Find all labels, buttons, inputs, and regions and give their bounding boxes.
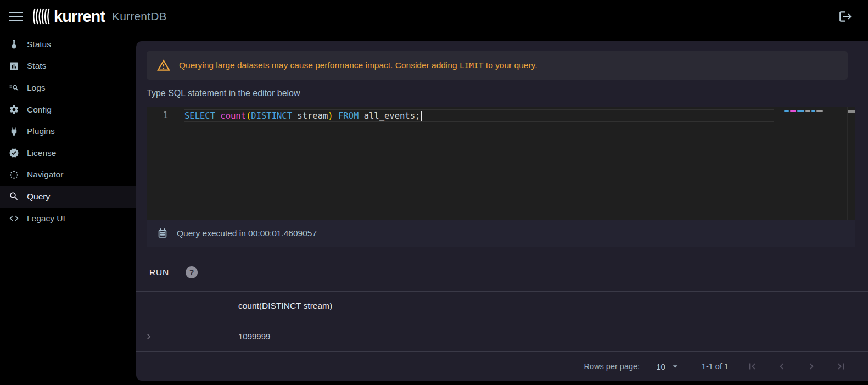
sidebar-item-label: Status [27, 40, 51, 49]
warning-icon [156, 58, 171, 72]
code-brackets-icon [8, 213, 19, 224]
editor-hint-text: Type SQL statement in the editor below [147, 88, 300, 98]
menu-icon[interactable] [9, 8, 25, 25]
editor-minimap [784, 110, 823, 112]
sidebar-item-label: Legacy UI [27, 214, 65, 224]
last-page-icon[interactable] [835, 360, 847, 372]
rows-per-page-select[interactable]: 10 [656, 361, 681, 372]
bar-chart-icon [8, 60, 19, 71]
log-search-icon [8, 82, 19, 93]
navigator-dots-icon [8, 169, 19, 180]
sidebar-item-config[interactable]: Config [0, 99, 136, 121]
pagination-footer: Rows per page: 10 1-1 of 1 [136, 351, 868, 381]
sidebar-item-label: Stats [27, 61, 46, 71]
results-table-header: count(DISTINCT stream) [136, 291, 868, 320]
current-line-highlight: SELECT count(DISTINCT stream) FROM all_e… [184, 109, 774, 122]
sidebar-item-label: Logs [27, 83, 46, 93]
performance-warning-banner: Querying large datasets may cause perfor… [147, 51, 848, 80]
sidebar-item-license[interactable]: License [0, 142, 136, 164]
code-token: SELECT [184, 111, 220, 121]
sidebar-item-label: License [27, 148, 56, 158]
sidebar-item-label: Config [27, 105, 52, 115]
run-toolbar: RUN ? [136, 264, 198, 281]
run-button[interactable]: RUN [149, 267, 169, 277]
execution-status-text: Query executed in 00:00:01.4609057 [177, 228, 317, 238]
sql-editor[interactable]: 1 SELECT count(DISTINCT stream) FROM all… [147, 107, 855, 220]
brand-wordmark: kurrent [54, 8, 105, 26]
sidebar-item-logs[interactable]: Logs [0, 77, 136, 99]
logout-icon[interactable] [837, 8, 854, 25]
line-number: 1 [147, 109, 184, 122]
plug-icon [8, 126, 19, 137]
sidebar-item-label: Navigator [27, 170, 63, 180]
code-token: DISTINCT [251, 111, 292, 121]
scrollbar-thumb[interactable] [848, 110, 855, 113]
execution-status-bar: Query executed in 00:00:01.4609057 [147, 220, 855, 247]
previous-page-icon[interactable] [776, 360, 788, 372]
gear-icon [8, 104, 19, 115]
kurrent-logo-waves-icon [32, 7, 52, 26]
scrollbar-track [847, 107, 848, 220]
code-token: count [220, 111, 246, 121]
sidebar-item-legacy-ui[interactable]: Legacy UI [0, 208, 136, 230]
sidebar-item-navigator[interactable]: Navigator [0, 164, 136, 186]
schedule-icon [156, 227, 169, 239]
product-title: KurrentDB [112, 10, 167, 23]
search-icon [8, 191, 19, 202]
row-value: 1099999 [238, 332, 270, 341]
table-row[interactable]: 1099999 [136, 321, 868, 351]
sidebar-item-label: Plugins [27, 126, 55, 136]
verified-badge-icon [8, 148, 19, 159]
top-bar: kurrent KurrentDB [0, 0, 868, 33]
sidebar-item-stats[interactable]: Stats [0, 55, 136, 77]
code-token: FROM [333, 111, 364, 121]
sidebar-item-label: Query [27, 192, 50, 202]
query-panel: Querying large datasets may cause perfor… [136, 41, 868, 381]
rows-per-page-value: 10 [656, 362, 665, 371]
code-token: stream [292, 111, 328, 121]
sidebar-item-status[interactable]: Status [0, 34, 136, 55]
code-line-tokens: SELECT count(DISTINCT stream) FROM all_e… [184, 111, 420, 121]
rows-per-page-label: Rows per page: [584, 362, 640, 371]
code-token: ( [246, 111, 251, 121]
limit-keyword: LIMIT [460, 61, 484, 70]
code-token: all_events; [364, 111, 421, 121]
text-cursor [421, 111, 422, 121]
code-token: ) [328, 111, 333, 121]
column-header: count(DISTINCT stream) [238, 301, 332, 311]
warning-message: Querying large datasets may cause perfor… [179, 60, 537, 70]
first-page-icon[interactable] [746, 360, 758, 372]
next-page-icon[interactable] [805, 360, 817, 372]
sidebar-item-plugins[interactable]: Plugins [0, 120, 136, 142]
sidebar-nav: Status Stats Logs Config Plugins [0, 34, 136, 229]
dropdown-caret-icon [670, 361, 681, 372]
page-range-label: 1-1 of 1 [702, 362, 729, 371]
expand-row-chevron-icon[interactable] [143, 331, 155, 343]
thermometer-icon [8, 39, 19, 50]
sidebar-item-query[interactable]: Query [0, 186, 136, 208]
help-icon[interactable]: ? [186, 266, 198, 278]
kurrentdb-app: kurrent KurrentDB Status Stats Logs [0, 0, 868, 385]
